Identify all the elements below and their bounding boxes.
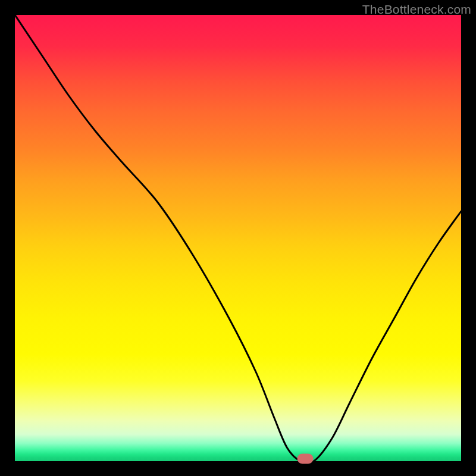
optimal-point-marker [297, 453, 313, 464]
plot-area [15, 15, 461, 461]
watermark-text: TheBottleneck.com [362, 2, 471, 17]
chart-frame: TheBottleneck.com [0, 0, 476, 476]
bottleneck-curve [15, 15, 461, 461]
